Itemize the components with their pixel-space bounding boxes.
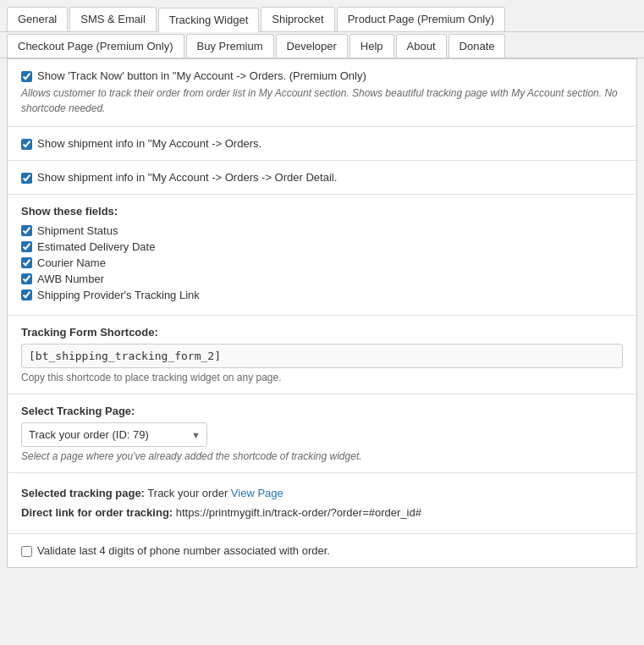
field-tracking-link-label: Shipping Provider's Tracking Link — [37, 289, 200, 301]
shortcode-hint: Copy this shortcode to place tracking wi… — [21, 372, 623, 383]
section-tracking-form: Tracking Form Shortcode: Copy this short… — [8, 316, 636, 394]
field-awb-number: AWB Number — [21, 273, 623, 285]
section-shipment-detail: Show shipment info in "My Account -> Ord… — [8, 161, 636, 195]
tab-developer[interactable]: Developer — [276, 34, 348, 58]
tab-buy-premium[interactable]: Buy Premium — [186, 34, 274, 58]
select-wrapper: Track your order (ID: 79) ▼ — [21, 422, 207, 447]
tab-sms-email[interactable]: SMS & Email — [69, 7, 157, 31]
track-now-hint: Allows customer to track their order fro… — [21, 85, 623, 116]
field-shipment-status-checkbox[interactable] — [21, 225, 32, 236]
direct-link-label: Direct link for order tracking: — [21, 506, 173, 519]
shortcode-input[interactable] — [21, 344, 623, 368]
shipment-detail-checkbox[interactable] — [21, 173, 32, 184]
shipment-orders-checkbox[interactable] — [21, 139, 32, 150]
selected-page-label: Selected tracking page: — [21, 487, 145, 499]
section-selected-page-info: Selected tracking page: Track your order… — [8, 473, 636, 534]
fields-section-label: Show these fields: — [21, 205, 623, 218]
section-show-fields: Show these fields: Shipment Status Estim… — [8, 195, 636, 316]
section-validate: Validate last 4 digits of phone number a… — [8, 534, 636, 567]
section-select-tracking-page: Select Tracking Page: Track your order (… — [8, 394, 636, 473]
tab-donate[interactable]: Donate — [449, 34, 506, 58]
direct-link-row: Direct link for order tracking: https://… — [21, 503, 623, 522]
field-estimated-delivery-checkbox[interactable] — [21, 241, 32, 252]
shipment-detail-label: Show shipment info in "My Account -> Ord… — [37, 171, 337, 184]
select-page-label: Select Tracking Page: — [21, 405, 623, 417]
tab-checkout-page[interactable]: Checkout Page (Premium Only) — [7, 34, 184, 58]
field-courier-name-checkbox[interactable] — [21, 257, 32, 268]
field-estimated-delivery-label: Estimated Delivery Date — [37, 240, 155, 253]
section-track-now: Show 'Track Now' button in "My Account -… — [8, 59, 636, 127]
field-courier-name-label: Courier Name — [37, 256, 106, 269]
tab-general[interactable]: General — [7, 7, 68, 31]
field-shipment-status-label: Shipment Status — [37, 224, 118, 237]
tracking-form-label: Tracking Form Shortcode: — [21, 326, 623, 339]
field-awb-number-label: AWB Number — [37, 273, 104, 285]
select-page-hint: Select a page where you've already added… — [21, 450, 623, 462]
section-shipment-orders: Show shipment info in "My Account -> Ord… — [8, 127, 636, 161]
validate-checkbox[interactable] — [21, 546, 32, 557]
field-courier-name: Courier Name — [21, 256, 623, 269]
view-page-link[interactable]: View Page — [231, 487, 283, 499]
track-now-checkbox[interactable] — [21, 71, 32, 82]
field-estimated-delivery: Estimated Delivery Date — [21, 240, 623, 253]
tab-help[interactable]: Help — [350, 34, 394, 58]
field-shipment-status: Shipment Status — [21, 224, 623, 237]
shipment-orders-row: Show shipment info in "My Account -> Ord… — [21, 137, 623, 150]
tracking-form-group: Tracking Form Shortcode: Copy this short… — [21, 326, 623, 383]
tabs-row-2: Checkout Page (Premium Only) Buy Premium… — [0, 32, 644, 58]
field-awb-number-checkbox[interactable] — [21, 273, 32, 284]
tab-product-page[interactable]: Product Page (Premium Only) — [337, 7, 505, 31]
validate-row: Validate last 4 digits of phone number a… — [21, 544, 623, 557]
tab-tracking-widget[interactable]: Tracking Widget — [158, 8, 259, 32]
tracking-page-select[interactable]: Track your order (ID: 79) — [21, 422, 207, 447]
field-tracking-link-checkbox[interactable] — [21, 289, 32, 300]
tab-shiprocket[interactable]: Shiprocket — [261, 7, 334, 31]
tabs-row-1: General SMS & Email Tracking Widget Ship… — [0, 0, 644, 32]
tab-about[interactable]: About — [396, 34, 447, 58]
selected-page-row: Selected tracking page: Track your order… — [21, 483, 623, 503]
track-now-row: Show 'Track Now' button in "My Account -… — [21, 69, 623, 82]
shipment-detail-row: Show shipment info in "My Account -> Ord… — [21, 171, 623, 184]
shipment-orders-label: Show shipment info in "My Account -> Ord… — [37, 137, 261, 150]
track-now-label: Show 'Track Now' button in "My Account -… — [37, 69, 366, 82]
validate-label: Validate last 4 digits of phone number a… — [37, 544, 330, 557]
content-area: Show 'Track Now' button in "My Account -… — [7, 58, 637, 568]
page-wrapper: General SMS & Email Tracking Widget Ship… — [0, 0, 644, 645]
field-tracking-link: Shipping Provider's Tracking Link — [21, 289, 623, 301]
